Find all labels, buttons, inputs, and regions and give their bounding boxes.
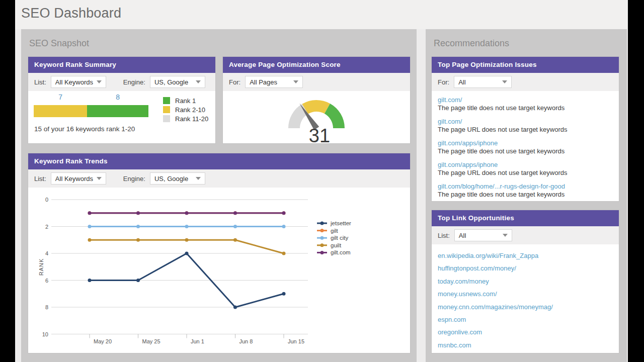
page-optimization-issues-header: Top Page Optimization Issues: [432, 57, 619, 73]
issues-for-filter-label: For:: [438, 78, 449, 86]
trends-engine-dropdown-value: US, Google: [154, 175, 188, 183]
data-point: [185, 211, 189, 215]
keyword-rank-summary-header: Keyword Rank Summary: [28, 57, 215, 73]
legend-row: Rank 11-20: [163, 114, 208, 123]
legend-swatch: [163, 106, 170, 113]
legend-series-label: gilt city: [331, 235, 348, 241]
trends-engine-filter-label: Engine:: [123, 175, 145, 183]
legend-series-label: gilt: [331, 228, 339, 234]
chevron-down-icon: [502, 80, 507, 83]
trends-engine-dropdown[interactable]: US, Google: [150, 172, 205, 185]
links-list-dropdown[interactable]: All: [454, 229, 512, 241]
links-list-filter-label: List:: [438, 232, 450, 239]
data-point: [185, 225, 189, 228]
keyword-rank-trends-panel: Keyword Rank Trends List: All Keywords E…: [28, 153, 410, 353]
x-tick-label: May 25: [142, 338, 160, 344]
for-filter: For: All Pages: [229, 76, 303, 88]
rank-bar-counts: 78: [34, 93, 148, 101]
series-line-guilt: [90, 240, 284, 253]
chevron-down-icon: [503, 234, 508, 237]
link-opportunity-link[interactable]: huffingtonpost.com/money/: [438, 262, 615, 275]
issue-url-link[interactable]: gilt.com/blog/home/...r-rugs-design-for-…: [438, 183, 565, 191]
link-opportunity-link[interactable]: msnbc.com: [438, 339, 615, 351]
rank-bar-count: 7: [34, 93, 87, 101]
x-tick-label: Jun 15: [288, 338, 304, 344]
data-point: [282, 292, 286, 296]
engine-dropdown[interactable]: US, Google: [150, 76, 205, 88]
y-tick-label: 6: [45, 278, 48, 284]
trends-engine-filter: Engine: US, Google: [123, 172, 205, 185]
list-filter-label: List:: [34, 78, 46, 86]
for-pages-dropdown-value: All Pages: [250, 78, 277, 86]
rank-bar-segment: [34, 105, 87, 117]
data-point: [88, 279, 92, 282]
issues-for-filter: For: All: [438, 76, 512, 88]
links-filter-bar: List: All: [432, 226, 619, 244]
page-optimization-issues-panel: Top Page Optimization Issues For: All gi…: [432, 57, 619, 201]
issue-description: The page URL does not use target keyword…: [438, 169, 615, 177]
legend-series-label: gilt.com: [331, 249, 351, 255]
recommendations-section: Recommendations Top Page Optimization Is…: [426, 29, 627, 362]
list-dropdown[interactable]: All Keywords: [51, 76, 106, 88]
link-opportunity-link[interactable]: money.usnews.com/: [438, 288, 615, 300]
link-opportunities-header: Top Link Opportunities: [432, 210, 619, 226]
chevron-down-icon: [196, 177, 201, 180]
keyword-rank-summary-panel: Keyword Rank Summary List: All Keywords …: [28, 57, 215, 143]
trends-list-dropdown[interactable]: All Keywords: [51, 172, 106, 185]
link-opportunity-link[interactable]: today.com/money: [438, 275, 615, 288]
for-pages-dropdown[interactable]: All Pages: [245, 76, 303, 88]
data-point: [282, 225, 286, 228]
links-list-dropdown-value: All: [459, 232, 466, 239]
list-filter: List: All Keywords: [34, 76, 106, 88]
legend-marker-dot: [320, 243, 324, 247]
chevron-down-icon: [293, 80, 298, 83]
issue-description: The page URL does not use target keyword…: [438, 126, 615, 134]
recommendations-title: Recommendations: [434, 38, 509, 49]
issue-description: The page title does not use target keywo…: [438, 191, 615, 199]
engine-filter: Engine: US, Google: [123, 76, 205, 88]
link-opportunity-link[interactable]: en.wikipedia.org/wiki/Frank_Zappa: [438, 249, 615, 262]
legend-label: Rank 11-20: [175, 115, 208, 123]
data-point: [233, 306, 237, 309]
rank-bar-count: 8: [87, 93, 148, 101]
y-tick-label: 0: [45, 197, 48, 203]
issue-list-item: gilt.com/apps/iphone The page title does…: [438, 138, 615, 155]
issue-url-link[interactable]: gilt.com/apps/iphone: [438, 161, 498, 169]
legend-label: Rank 2-10: [175, 106, 205, 114]
link-opportunity-link[interactable]: espn.com: [438, 313, 615, 326]
legend-label: Rank 1: [175, 97, 196, 105]
data-point: [185, 252, 189, 255]
issue-list-item: gilt.com/ The page title does not use ta…: [438, 95, 615, 112]
link-opportunity-link[interactable]: oregonlive.com: [438, 326, 615, 338]
data-point: [88, 211, 92, 215]
rank-legend: Rank 1 Rank 2-10 Rank 11-20: [163, 96, 208, 123]
list-dropdown-value: All Keywords: [55, 78, 93, 86]
issue-url-link[interactable]: gilt.com/: [438, 96, 462, 104]
y-tick-label: 2: [45, 224, 48, 230]
issues-for-dropdown[interactable]: All: [454, 76, 512, 88]
issues-for-dropdown-value: All: [458, 78, 465, 86]
link-opportunities-list: en.wikipedia.org/wiki/Frank_Zappa huffin…: [438, 249, 615, 351]
seo-snapshot-section: SEO Snapshot Keyword Rank Summary List: …: [21, 29, 417, 362]
page-title: SEO Dashboard: [21, 6, 121, 21]
for-filter-label: For:: [229, 78, 240, 86]
legend-marker-dot: [320, 236, 324, 240]
y-tick-label: 4: [45, 250, 48, 256]
issue-description: The page title does not use target keywo…: [438, 104, 615, 112]
data-point: [136, 238, 140, 242]
seo-snapshot-title: SEO Snapshot: [29, 38, 89, 49]
link-opportunity-link[interactable]: money.cnn.com/magazines/moneymag/: [438, 301, 615, 313]
legend-marker-dot: [320, 251, 324, 254]
issue-list-item: gilt.com/ The page URL does not use targ…: [438, 117, 615, 134]
data-point: [282, 211, 286, 215]
rank-summary-filter-bar: List: All Keywords Engine: US, Google: [28, 73, 215, 91]
score-gauge: 31: [266, 99, 367, 143]
issues-list: gilt.com/ The page title does not use ta…: [438, 95, 615, 203]
legend-marker-dot: [320, 222, 324, 225]
legend-row: Rank 1: [163, 96, 208, 105]
data-point: [88, 238, 92, 242]
data-point: [233, 211, 237, 215]
issue-url-link[interactable]: gilt.com/apps/iphone: [438, 139, 498, 147]
issue-url-link[interactable]: gilt.com/: [438, 118, 462, 126]
data-point: [136, 225, 140, 228]
